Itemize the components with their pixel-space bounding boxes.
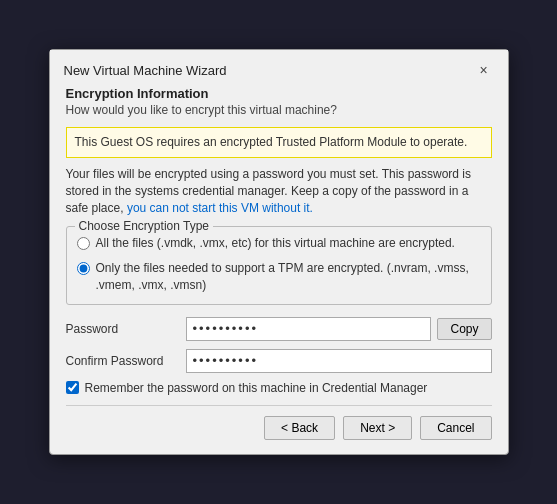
info-box: This Guest OS requires an encrypted Trus… [66, 127, 492, 158]
back-button[interactable]: < Back [264, 416, 335, 440]
close-button[interactable]: × [474, 60, 494, 80]
password-input[interactable] [186, 317, 432, 341]
confirm-password-label: Confirm Password [66, 354, 186, 368]
confirm-password-row: Confirm Password [66, 349, 492, 373]
section-title: Encryption Information [66, 86, 492, 101]
password-row: Password Copy [66, 317, 492, 341]
body-text-highlight: you can not start this VM without it. [127, 201, 313, 215]
radio-option-2: Only the files needed to support a TPM a… [77, 260, 481, 294]
copy-button[interactable]: Copy [437, 318, 491, 340]
next-button[interactable]: Next > [343, 416, 412, 440]
cancel-button[interactable]: Cancel [420, 416, 491, 440]
dialog-title: New Virtual Machine Wizard [64, 63, 227, 78]
dialog: New Virtual Machine Wizard × Encryption … [49, 49, 509, 455]
radio-all-files-label: All the files (.vmdk, .vmx, etc) for thi… [96, 235, 455, 252]
group-box-label: Choose Encryption Type [75, 219, 214, 233]
remember-password-checkbox[interactable] [66, 381, 79, 394]
encryption-type-group: Choose Encryption Type All the files (.v… [66, 226, 492, 304]
body-text: Your files will be encrypted using a pas… [66, 166, 492, 216]
dialog-content: Encryption Information How would you lik… [50, 86, 508, 454]
title-bar: New Virtual Machine Wizard × [50, 50, 508, 86]
button-row: < Back Next > Cancel [66, 416, 492, 444]
radio-all-files[interactable] [77, 237, 90, 250]
remember-password-row: Remember the password on this machine in… [66, 381, 492, 395]
radio-tpm-files-label: Only the files needed to support a TPM a… [96, 260, 481, 294]
info-box-text: This Guest OS requires an encrypted Trus… [75, 135, 468, 149]
password-label: Password [66, 322, 186, 336]
radio-tpm-files[interactable] [77, 262, 90, 275]
confirm-password-input[interactable] [186, 349, 492, 373]
radio-option-1: All the files (.vmdk, .vmx, etc) for thi… [77, 235, 481, 252]
section-subtitle: How would you like to encrypt this virtu… [66, 103, 492, 117]
remember-password-label: Remember the password on this machine in… [85, 381, 428, 395]
divider [66, 405, 492, 406]
